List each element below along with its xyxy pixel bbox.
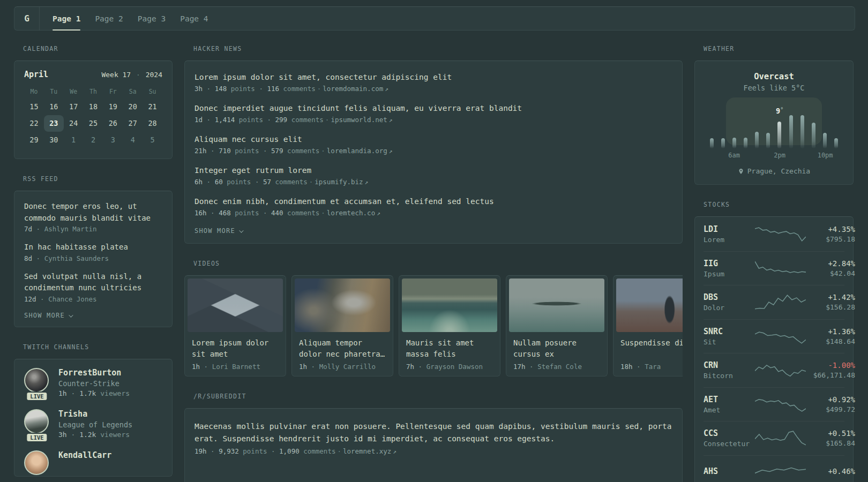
stock-info: IIGIpsum: [704, 259, 755, 278]
twitch-channel[interactable]: LIVETrishaLeague of Legends3h · 1.2k vie…: [24, 409, 162, 439]
rss-show-more-button[interactable]: SHOW MORE: [24, 312, 162, 319]
stock-price: $42.04: [806, 269, 855, 277]
video-title[interactable]: Suspendisse diam: [616, 337, 683, 359]
video-title[interactable]: Mauris sit amet massa felis: [402, 337, 497, 359]
stock-ticker[interactable]: AHS: [704, 466, 755, 476]
rss-item-title[interactable]: Sed volutpat nulla nisl, a condimentum n…: [24, 271, 162, 294]
twitch-channel[interactable]: LIVEForrestBurtonCounter-Strike1h · 1.7k…: [24, 368, 162, 397]
calendar-day-header: Su: [143, 85, 162, 99]
video-card[interactable]: Suspendisse diam18h · Tara: [613, 275, 683, 376]
source-domain-link[interactable]: loremdomain.com↗: [323, 85, 388, 93]
stock-info: DBSDolor: [704, 292, 755, 312]
stock-values: +4.35%$795.18: [806, 225, 855, 243]
calendar-card: April Week 17 · 2024 MoTuWeThFrSaSu15161…: [14, 61, 173, 159]
calendar-day: 24: [64, 115, 84, 132]
rss-item-meta: 12d · Chance Jones: [24, 295, 162, 303]
hn-item-title[interactable]: Donec imperdiet augue tincidunt felis al…: [194, 103, 672, 114]
stock-name: Ipsum: [704, 270, 755, 278]
hn-item-meta-text: 6h · 60 points · 57 comments: [194, 178, 308, 186]
hn-item: Aliquam nec cursus elit21h · 710 points …: [194, 134, 672, 155]
hn-show-more-button[interactable]: SHOW MORE: [194, 227, 672, 235]
nav-tab-page-1[interactable]: Page 1: [53, 7, 80, 30]
stock-ticker[interactable]: CRN: [704, 360, 755, 370]
video-card[interactable]: Aliquam tempor dolor nec pharetra…1h · M…: [291, 275, 393, 376]
weather-bar: [732, 138, 736, 148]
twitch-channel-name[interactable]: KendallCarr: [58, 450, 111, 460]
boat-wake-thumbnail[interactable]: [402, 278, 497, 332]
foggy-figure-thumbnail[interactable]: [616, 278, 683, 332]
stock-price: $148.64: [806, 337, 855, 345]
meta-separator: ·: [321, 209, 325, 217]
rss-item: In hac habitasse platea8d · Cynthia Saun…: [24, 242, 162, 262]
calendar-day-header: Th: [84, 85, 103, 99]
video-title[interactable]: Aliquam tempor dolor nec pharetra…: [295, 337, 390, 359]
external-link-icon: ↗: [365, 179, 369, 186]
twitch-widget: TWITCH CHANNELS LIVEForrestBurtonCounter…: [14, 343, 173, 477]
subreddit-section-title: /R/SUBREDDIT: [193, 393, 683, 400]
stock-ticker[interactable]: AET: [704, 395, 755, 404]
video-card[interactable]: Nullam posuere cursus ex17h · Stefan Col…: [506, 275, 608, 376]
video-card[interactable]: Mauris sit amet massa felis7h · Grayson …: [399, 275, 500, 376]
stock-sparkline: [755, 293, 806, 311]
daytime-region: [726, 97, 822, 145]
top-nav: G Page 1Page 2Page 3Page 4: [14, 6, 855, 31]
stock-ticker[interactable]: DBS: [704, 292, 755, 302]
stock-row: IIGIpsum+2.84%$42.04: [704, 251, 844, 285]
stock-ticker[interactable]: CCS: [704, 428, 755, 438]
hn-item-title[interactable]: Integer eget rutrum lorem: [194, 165, 672, 176]
stock-info: CRNBitcorn: [704, 360, 755, 380]
stock-sparkline: [755, 361, 806, 379]
subreddit-post-meta-text: 19h · 9,932 points · 1,090 comments: [194, 447, 335, 455]
pillars-sky-thumbnail[interactable]: [188, 278, 283, 332]
stock-change: +4.35%: [806, 225, 855, 234]
hn-item-title[interactable]: Donec enim nibh, condimentum et accumsan…: [194, 196, 672, 207]
video-title[interactable]: Lorem ipsum dolor sit amet consectetu…: [188, 337, 283, 359]
source-domain-link[interactable]: ipsumify.biz↗: [315, 178, 368, 186]
canoe-fog-thumbnail[interactable]: [509, 278, 604, 332]
meta-separator: ·: [309, 178, 313, 186]
stock-ticker[interactable]: SNRC: [704, 327, 755, 336]
rss-item-title[interactable]: In hac habitasse platea: [24, 242, 162, 253]
hn-item-title[interactable]: Lorem ipsum dolor sit amet, consectetur …: [194, 72, 672, 83]
stock-name: Consectetur: [704, 440, 755, 448]
stock-name: Sit: [704, 338, 755, 346]
stock-ticker[interactable]: IIG: [704, 259, 755, 268]
weather-bar: [812, 123, 815, 148]
stock-values: -1.00%$66,171.48: [806, 361, 855, 379]
rss-item-meta: 8d · Cynthia Saunders: [24, 254, 162, 262]
source-domain-link[interactable]: loremtech.co↗: [327, 209, 380, 217]
source-domain-link[interactable]: ipsumworld.net↗: [331, 116, 392, 124]
hn-item-title[interactable]: Aliquam nec cursus elit: [194, 134, 672, 145]
source-domain-link[interactable]: loremlandia.org↗: [327, 147, 393, 155]
twitch-channel-name[interactable]: Trisha: [58, 409, 132, 419]
calendar-month: April: [24, 70, 48, 79]
stock-info: SNRCSit: [704, 327, 755, 346]
video-title[interactable]: Nullam posuere cursus ex: [509, 337, 604, 359]
subreddit-post-title[interactable]: Maecenas mollis pulvinar erat non posuer…: [194, 420, 672, 445]
nav-tab-page-3[interactable]: Page 3: [138, 7, 166, 30]
camera-hands-thumbnail[interactable]: [295, 278, 390, 332]
current-temp-label: 9°: [776, 107, 783, 115]
stock-sparkline: [755, 327, 806, 345]
twitch-channel-name[interactable]: ForrestBurton: [58, 368, 130, 378]
nav-tab-page-2[interactable]: Page 2: [95, 7, 123, 30]
hn-item-meta: 21h · 710 points · 579 comments·loremlan…: [194, 147, 672, 155]
twitch-channel[interactable]: KendallCarr: [24, 450, 162, 475]
live-badge: LIVE: [26, 391, 48, 401]
hn-item-meta: 3h · 148 points · 116 comments·loremdoma…: [194, 85, 672, 93]
stock-ticker[interactable]: LDI: [704, 224, 755, 234]
stock-name: Bitcorn: [704, 372, 755, 380]
nav-tab-page-4[interactable]: Page 4: [180, 7, 208, 30]
stock-price: $165.84: [806, 439, 855, 447]
content-grid: CALENDAR April Week 17 · 2024 MoTuWeThFr…: [14, 45, 855, 482]
calendar-grid: MoTuWeThFrSaSu15161718192021222324252627…: [24, 85, 162, 148]
stock-row: CRNBitcorn-1.00%$66,171.48: [704, 353, 844, 387]
stock-change: +0.46%: [806, 467, 855, 476]
calendar-day: 3: [103, 132, 123, 148]
rss-item-title[interactable]: Donec tempor eros leo, ut commodo mauris…: [24, 201, 162, 224]
video-card[interactable]: Lorem ipsum dolor sit amet consectetu…1h…: [184, 275, 286, 376]
home-logo[interactable]: G: [14, 7, 39, 30]
source-domain-link[interactable]: loremnet.xyz↗: [343, 447, 396, 455]
stocks-widget: STOCKS LDILorem+4.35%$795.18IIGIpsum+2.8…: [694, 201, 854, 482]
calendar-day: 17: [64, 99, 84, 115]
